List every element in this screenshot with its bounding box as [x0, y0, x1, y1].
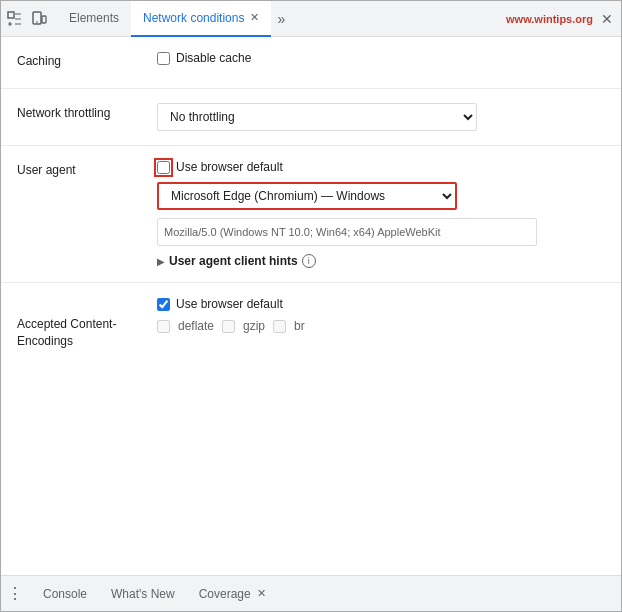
- client-hints-label: User agent client hints: [169, 254, 298, 268]
- throttle-select[interactable]: No throttling Fast 3G Slow 3G Offline: [157, 103, 477, 131]
- encodings-browser-default-label: Use browser default: [176, 297, 283, 311]
- device-icon[interactable]: [29, 9, 49, 29]
- tab-close-icon[interactable]: ✕: [250, 11, 259, 24]
- deflate-label: deflate: [178, 319, 214, 333]
- devtools-window: Elements Network conditions ✕ » www.wint…: [0, 0, 622, 612]
- more-tabs-button[interactable]: »: [271, 11, 291, 27]
- network-throttling-label: Network throttling: [17, 103, 157, 122]
- caching-label: Caching: [17, 51, 157, 70]
- close-window-button[interactable]: ✕: [597, 9, 617, 29]
- tab-network-conditions[interactable]: Network conditions ✕: [131, 1, 271, 37]
- gzip-label: gzip: [243, 319, 265, 333]
- encoding-options: deflate gzip br: [157, 319, 605, 333]
- bottom-tab-console[interactable]: Console: [31, 576, 99, 612]
- br-checkbox[interactable]: [273, 320, 286, 333]
- network-throttling-row: Network throttling No throttling Fast 3G…: [1, 89, 621, 146]
- deflate-checkbox[interactable]: [157, 320, 170, 333]
- br-label: br: [294, 319, 305, 333]
- accepted-encodings-row: Accepted Content- Encodings Use browser …: [1, 283, 621, 363]
- ua-dropdown-container: Microsoft Edge (Chromium) — Windows Chro…: [157, 182, 605, 210]
- caching-row: Caching Disable cache: [1, 37, 621, 89]
- disable-cache-checkbox[interactable]: [157, 52, 170, 65]
- disable-cache-row: Disable cache: [157, 51, 605, 65]
- inspect-icon[interactable]: [5, 9, 25, 29]
- ua-string-input[interactable]: [157, 218, 537, 246]
- disable-cache-label: Disable cache: [176, 51, 251, 65]
- user-agent-label: User agent: [17, 160, 157, 179]
- user-agent-control: Use browser default Microsoft Edge (Chro…: [157, 160, 605, 268]
- svg-rect-2: [42, 16, 46, 23]
- encodings-browser-default-checkbox[interactable]: [157, 298, 170, 311]
- ua-browser-default-label: Use browser default: [176, 160, 283, 174]
- bottom-tab-coverage[interactable]: Coverage ✕: [187, 576, 278, 612]
- info-icon[interactable]: i: [302, 254, 316, 268]
- triangle-icon: ▶: [157, 256, 165, 267]
- ua-select[interactable]: Microsoft Edge (Chromium) — Windows Chro…: [157, 182, 457, 210]
- encodings-browser-default-row: Use browser default: [157, 297, 605, 311]
- encoding-options-row: deflate gzip br: [157, 319, 605, 333]
- tab-elements[interactable]: Elements: [57, 1, 131, 37]
- user-agent-row: User agent Use browser default Microsoft…: [1, 146, 621, 283]
- accepted-encodings-label: Accepted Content- Encodings: [17, 297, 157, 349]
- client-hints-row[interactable]: ▶ User agent client hints i: [157, 254, 605, 268]
- bottom-menu-icon[interactable]: ⋮: [5, 584, 25, 604]
- gzip-checkbox[interactable]: [222, 320, 235, 333]
- ua-browser-default-row: Use browser default: [157, 160, 605, 174]
- main-content: Caching Disable cache Network throttling…: [1, 37, 621, 575]
- bottom-tab-bar: ⋮ Console What's New Coverage ✕: [1, 575, 621, 611]
- svg-rect-0: [8, 12, 14, 18]
- watermark: www.wintips.org: [506, 13, 593, 25]
- ua-browser-default-checkbox[interactable]: [157, 161, 170, 174]
- accepted-encodings-control: Use browser default deflate gzip br: [157, 297, 605, 333]
- top-tab-bar: Elements Network conditions ✕ » www.wint…: [1, 1, 621, 37]
- toolbar-icons: [5, 9, 49, 29]
- network-throttling-control: No throttling Fast 3G Slow 3G Offline: [157, 103, 605, 131]
- bottom-tab-whats-new[interactable]: What's New: [99, 576, 187, 612]
- coverage-tab-close-icon[interactable]: ✕: [257, 587, 266, 600]
- caching-control: Disable cache: [157, 51, 605, 65]
